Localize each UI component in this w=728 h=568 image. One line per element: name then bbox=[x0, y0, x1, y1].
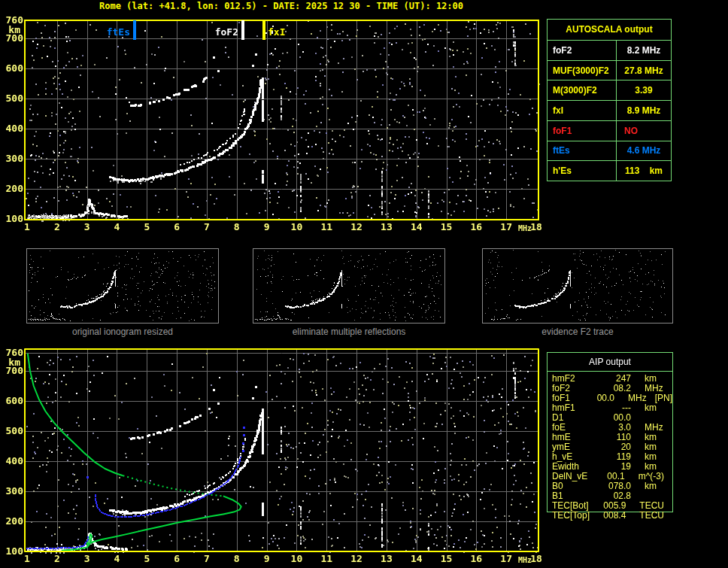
param-value: 8.2 MHz bbox=[617, 41, 671, 60]
param-label: fxI bbox=[548, 101, 617, 120]
autoscala-header: AUTOSCALA output bbox=[548, 20, 671, 41]
aip-header: AIP output bbox=[548, 353, 672, 372]
param-value: NO bbox=[617, 121, 671, 141]
param-unit: km bbox=[631, 403, 657, 413]
table-row: ftEs 4.6 MHz bbox=[548, 141, 671, 162]
thumbnail-original-canvas bbox=[27, 249, 218, 323]
autoscala-app-screen: Rome (lat: +41.8, lon: 012.5) - DATE: 20… bbox=[0, 0, 728, 568]
param-label: MUF(3000)F2 bbox=[548, 61, 617, 80]
param-label: h'Es bbox=[548, 161, 617, 181]
param-unit: TECU bbox=[626, 511, 664, 521]
page-title: Rome (lat: +41.8, lon: 012.5) - DATE: 20… bbox=[0, 1, 563, 11]
param-label: M(3000)F2 bbox=[548, 80, 617, 100]
autoscala-table: AUTOSCALA output foF2 8.2 MHz MUF(3000)F… bbox=[547, 19, 672, 181]
table-row: M(3000)F2 3.39 bbox=[548, 80, 671, 101]
thumbnail-caption: eliminate multiple reflections bbox=[253, 327, 445, 337]
param-extra bbox=[664, 472, 672, 481]
thumbnail-eliminate-reflections bbox=[253, 248, 445, 323]
param-value: 4.6 MHz bbox=[617, 141, 671, 161]
table-row: foF1 NO bbox=[548, 121, 671, 141]
thumbnail-evidence-canvas bbox=[483, 249, 672, 323]
table-row: h'Es 113 km bbox=[548, 161, 671, 181]
param-value: 27.8 MHz bbox=[617, 61, 671, 80]
thumbnail-caption: evidence F2 trace bbox=[482, 327, 673, 337]
aip-rows: hmF2247km foF208.2MHz foF100.0MHz[PN] hm… bbox=[548, 374, 672, 521]
param-value: 8.9 MHz bbox=[617, 101, 671, 120]
param-value: 3.39 bbox=[617, 80, 671, 100]
param-label: foF2 bbox=[548, 41, 617, 60]
table-row: MUF(3000)F2 27.8 MHz bbox=[548, 61, 671, 81]
param-extra bbox=[657, 403, 665, 413]
param-label: ftEs bbox=[548, 141, 617, 161]
param-value: 008.4 bbox=[601, 511, 626, 521]
param-extra bbox=[657, 452, 665, 462]
param-unit: km bbox=[631, 481, 657, 491]
param-extra bbox=[663, 423, 672, 433]
param-extra bbox=[664, 511, 672, 521]
thumbnail-eliminate-canvas bbox=[253, 249, 444, 323]
table-row: foF2 8.2 MHz bbox=[548, 41, 671, 61]
thumbnail-caption: original ionogram resized bbox=[26, 327, 219, 337]
bottom-ionogram-canvas bbox=[0, 339, 557, 568]
table-row: B0078.0km bbox=[548, 481, 672, 491]
param-unit bbox=[631, 413, 645, 423]
param-extra bbox=[657, 433, 665, 442]
table-row: TEC[Top]008.4TECU bbox=[548, 511, 672, 521]
param-extra bbox=[664, 501, 672, 511]
param-extra bbox=[657, 481, 665, 491]
param-value: 00.0 bbox=[593, 393, 614, 403]
thumbnail-original-ionogram bbox=[26, 248, 219, 323]
top-ionogram-canvas bbox=[0, 11, 557, 238]
param-label: foF1 bbox=[548, 121, 617, 141]
thumbnail-evidence-f2 bbox=[482, 248, 673, 323]
aip-table: AIP output hmF2247km foF208.2MHz foF100.… bbox=[547, 352, 673, 512]
param-value: 113 km bbox=[617, 161, 671, 181]
table-row: hmF1---km bbox=[548, 403, 672, 413]
table-row: fxI 8.9 MHz bbox=[548, 101, 671, 121]
param-extra bbox=[657, 442, 665, 452]
param-label: TEC[Top] bbox=[548, 511, 601, 521]
